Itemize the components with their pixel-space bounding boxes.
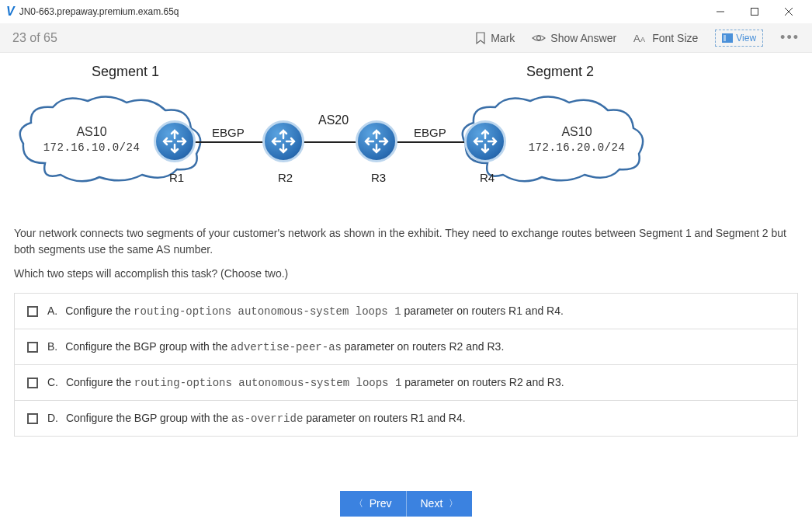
answer-c[interactable]: C. Configure the routing-options autonom… [15,365,797,401]
view-label: View [736,33,756,44]
network-diagram: Segment 1 Segment 2 AS10 172.16.10.0/24 … [14,62,798,218]
window-controls [703,0,806,23]
prev-button[interactable]: 〈 Prev [340,491,407,517]
svg-text:A: A [640,36,645,44]
checkbox-c[interactable] [27,378,38,388]
app-logo: V [6,5,15,19]
cloud1-prefix: 172.16.10.0/24 [37,141,146,155]
answer-b[interactable]: B. Configure the BGP group with the adve… [15,329,797,365]
segment1-label: Segment 1 [92,64,159,80]
minimize-button[interactable] [703,0,737,23]
svg-text:A: A [633,33,640,44]
answers-list: A. Configure the routing-options autonom… [14,293,798,437]
content-area: Segment 1 Segment 2 AS10 172.16.10.0/24 … [0,53,812,485]
r4-label: R4 [480,171,494,184]
question-p1: Your network connects two segments of yo… [14,225,798,258]
as20-label: AS20 [318,113,349,127]
more-button[interactable]: ••• [780,30,800,46]
answer-a-post: parameter on routers R1 and R4. [401,304,564,317]
chevron-right-icon: 〉 [449,497,458,510]
question-text: Your network connects two segments of yo… [14,225,798,282]
question-counter: 23 of 65 [12,31,475,45]
mark-label: Mark [491,32,515,44]
answer-d-code: as-override [231,412,303,425]
font-size-icon: AA [633,33,647,44]
segment2-label: Segment 2 [526,64,594,80]
svg-rect-1 [751,9,758,16]
footer: 〈 Prev Next 〉 [0,485,812,522]
answer-c-code: routing-options autonomous-system loops … [134,377,401,389]
nav-buttons: 〈 Prev Next 〉 [340,491,473,517]
show-answer-button[interactable]: Show Answer [532,32,616,44]
chevron-left-icon: 〈 [354,497,363,510]
font-size-button[interactable]: AA Font Size [633,32,698,44]
bookmark-icon [475,32,486,44]
checkbox-b[interactable] [27,342,38,353]
answer-d-pre: Configure the BGP group with the [66,412,231,424]
answer-c-pre: Configure the [66,376,134,388]
title-bar: V JN0-663.prepaway.premium.exam.65q [0,0,812,23]
answer-c-post: parameter on routers R2 and R3. [401,376,564,388]
answer-d-letter: D. [47,412,58,424]
close-button[interactable] [772,0,806,23]
answer-a-letter: A. [47,304,57,317]
checkbox-d[interactable] [27,413,38,424]
cloud2-as: AS10 [519,124,635,141]
view-icon [722,33,733,43]
link-line [193,141,472,143]
cloud2-prefix: 172.16.20.0/24 [519,141,635,155]
answer-a[interactable]: A. Configure the routing-options autonom… [15,294,797,329]
checkbox-a[interactable] [27,306,38,317]
prev-label: Prev [370,497,392,510]
answer-b-letter: B. [47,340,57,353]
svg-point-4 [537,36,541,40]
answer-c-letter: C. [47,376,58,388]
toolbar: 23 of 65 Mark Show Answer AA Font Size V… [0,23,812,53]
router-r2-icon [262,120,304,162]
router-r1-icon [154,120,196,162]
r1-label: R1 [169,171,184,184]
question-p2: Which two steps will accomplish this tas… [14,266,798,282]
window-title: JN0-663.prepaway.premium.exam.65q [19,6,703,17]
r2-label: R2 [278,171,293,184]
answer-b-post: parameter on routers R2 and R3. [342,340,504,353]
view-button[interactable]: View [715,30,763,47]
next-button[interactable]: Next 〉 [407,491,473,517]
eye-icon [532,33,546,44]
answer-d[interactable]: D. Configure the BGP group with the as-o… [15,401,797,436]
show-answer-label: Show Answer [550,32,616,44]
ebgp1-label: EBGP [212,126,245,139]
cloud1-as: AS10 [37,124,146,141]
mark-button[interactable]: Mark [475,32,515,44]
r3-label: R3 [371,171,386,184]
router-r4-icon [464,120,506,162]
next-label: Next [421,497,443,510]
answer-a-pre: Configure the [65,304,134,317]
answer-d-post: parameter on routers R1 and R4. [303,412,465,424]
answer-b-pre: Configure the BGP group with the [65,340,231,353]
ebgp2-label: EBGP [414,126,446,139]
answer-b-code: advertise-peer-as [231,341,342,353]
router-r3-icon [356,120,397,162]
answer-a-code: routing-options autonomous-system loops … [134,305,401,318]
font-size-label: Font Size [652,32,698,44]
maximize-button[interactable] [737,0,772,23]
